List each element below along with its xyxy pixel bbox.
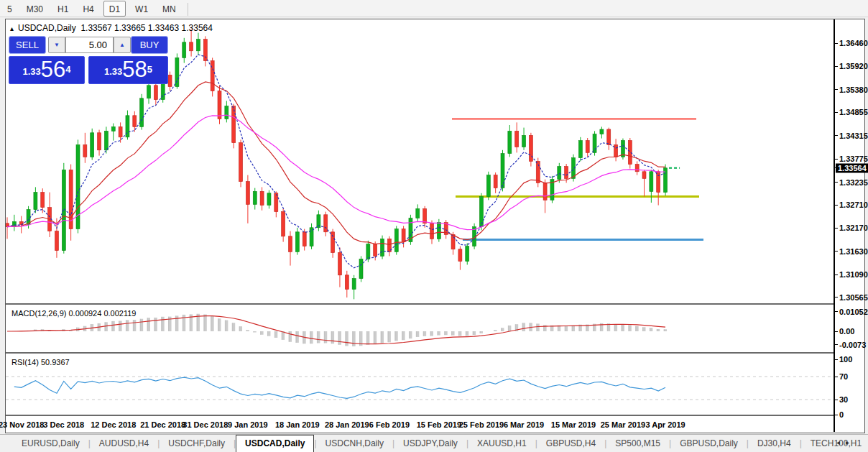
axis-tick-mark bbox=[835, 275, 838, 275]
price-axis-label: 1.31090 bbox=[839, 270, 868, 279]
axis-tick-mark bbox=[835, 135, 838, 136]
chart-window: ▴USDCAD,Daily 1.33567 1.33665 1.33463 1.… bbox=[5, 19, 865, 433]
rsi-axis-label: 0 bbox=[839, 410, 844, 419]
price-axis-label: 1.36460 bbox=[839, 39, 868, 47]
sell-price-display[interactable]: 1.33564 bbox=[9, 56, 85, 84]
macd-axis-label: 0.010525 bbox=[839, 308, 868, 316]
date-axis-label: 28 Jan 2019 bbox=[325, 420, 369, 429]
price-axis-label: 1.32170 bbox=[839, 223, 868, 232]
one-click-trade-panel: SELL ▼ 5.00 ▲ BUY 1.33564 1.33585 bbox=[9, 36, 168, 84]
tab-usdcad-daily[interactable]: USDCAD,Daily bbox=[236, 435, 314, 452]
macd-label: MACD(12,26,9) 0.000924 0.002119 bbox=[11, 309, 136, 318]
axis-tick-mark bbox=[835, 344, 838, 345]
date-axis-label: 31 Dec 2018 bbox=[183, 420, 228, 429]
macd-axis-label: -0.0073 bbox=[839, 341, 866, 349]
rsi-axis-label: 30 bbox=[839, 395, 848, 404]
volume-input[interactable]: 5.00 bbox=[65, 37, 114, 53]
date-axis-label: 15 Feb 2019 bbox=[417, 420, 461, 429]
price-axis-label: 1.32710 bbox=[839, 200, 868, 209]
timeframe-button-w1[interactable]: W1 bbox=[130, 1, 153, 17]
date-axis-label: 9 Jan 2019 bbox=[228, 420, 268, 429]
timeframe-button-h4[interactable]: H4 bbox=[78, 1, 98, 17]
axis-tick-mark bbox=[835, 228, 838, 229]
toolbar-separator bbox=[188, 3, 188, 16]
tab-dj30-h4[interactable]: DJ30,H4 bbox=[749, 435, 800, 452]
current-price-label: 1.33564 bbox=[836, 163, 868, 172]
axis-tick-mark bbox=[835, 251, 838, 252]
tab-audusd-h4[interactable]: AUDUSD,H4 bbox=[91, 435, 157, 452]
tab-sp500-m15[interactable]: SP500,M15 bbox=[606, 435, 669, 452]
volume-increase-icon[interactable]: ▲ bbox=[114, 37, 131, 53]
macd-axis-label: 0.00 bbox=[839, 327, 854, 336]
date-axis-label: 6 Feb 2019 bbox=[369, 420, 410, 429]
axis-tick-mark bbox=[835, 297, 838, 298]
tab-tech100-h1[interactable]: TECH100,H1 bbox=[802, 435, 868, 452]
buy-price-prefix: 1.33 bbox=[104, 66, 122, 77]
sell-price-pip: 4 bbox=[65, 64, 70, 75]
axis-tick-mark bbox=[835, 400, 838, 400]
timeframe-button-d1[interactable]: D1 bbox=[103, 1, 126, 17]
buy-button[interactable]: BUY bbox=[131, 36, 168, 54]
price-axis-label: 1.33235 bbox=[839, 178, 868, 187]
date-axis: 23 Nov 20183 Dec 201812 Dec 201821 Dec 2… bbox=[6, 418, 834, 432]
collapse-triangle-icon[interactable]: ▴ bbox=[10, 24, 14, 32]
timeframe-button-5[interactable]: 5 bbox=[2, 1, 17, 17]
buy-price-main: 58 bbox=[122, 57, 147, 82]
date-axis-label: 15 Mar 2019 bbox=[551, 420, 596, 429]
chart-title: ▴USDCAD,Daily 1.33567 1.33665 1.33463 1.… bbox=[10, 23, 213, 33]
axis-tick-mark bbox=[835, 159, 838, 160]
buy-price-pip: 5 bbox=[147, 64, 152, 75]
timeframe-button-mn[interactable]: MN bbox=[157, 1, 181, 17]
tab-scroll-right-icon[interactable]: ▸ bbox=[846, 438, 855, 446]
timeframe-button-h1[interactable]: H1 bbox=[52, 1, 73, 17]
axis-tick-mark bbox=[835, 331, 838, 332]
rsi-indicator-panel[interactable]: RSI(14) 50.9367 bbox=[6, 355, 834, 416]
rsi-label: RSI(14) 50.9367 bbox=[11, 358, 70, 366]
sell-price-main: 56 bbox=[41, 57, 65, 82]
rsi-axis-label: 70 bbox=[839, 372, 848, 381]
price-axis-label: 1.35380 bbox=[839, 86, 868, 94]
volume-decrease-icon[interactable]: ▼ bbox=[48, 37, 65, 53]
macd-indicator-panel[interactable]: MACD(12,26,9) 0.000924 0.002119 bbox=[6, 306, 834, 354]
price-axis-label: 1.34855 bbox=[839, 108, 868, 116]
date-axis-label: 12 Dec 2018 bbox=[91, 420, 136, 429]
price-axis-label: 1.30565 bbox=[839, 293, 868, 302]
tab-gbpusd-h4[interactable]: GBPUSD,H4 bbox=[537, 435, 604, 452]
date-axis-label: 3 Apr 2019 bbox=[645, 420, 685, 429]
tab-xauusd-h1[interactable]: XAUUSD,H1 bbox=[468, 435, 535, 452]
axis-tick-mark bbox=[835, 112, 838, 113]
timeframe-button-m30[interactable]: M30 bbox=[22, 1, 48, 17]
tab-scroll-left-icon[interactable]: ◂ bbox=[836, 438, 846, 446]
axis-tick-mark bbox=[835, 89, 838, 90]
axis-tick-mark bbox=[835, 66, 838, 67]
date-axis-label: 3 Dec 2018 bbox=[43, 420, 84, 429]
symbol-tab-bar: ◂▸ EURUSD,Daily|AUDUSD,H4|USDCHF,Daily|U… bbox=[0, 434, 868, 452]
axis-tick-mark bbox=[835, 43, 838, 44]
buy-price-display[interactable]: 1.33585 bbox=[88, 56, 168, 84]
tab-usdjpy-daily[interactable]: USDJPY,Daily bbox=[394, 435, 466, 452]
tab-usdchf-daily[interactable]: USDCHF,Daily bbox=[160, 435, 234, 452]
tab-eurusd-daily[interactable]: EURUSD,Daily bbox=[13, 435, 88, 452]
main-chart-panel[interactable]: ▴USDCAD,Daily 1.33567 1.33665 1.33463 1.… bbox=[6, 19, 834, 305]
tab-usdcnh-daily[interactable]: USDCNH,Daily bbox=[317, 435, 392, 452]
date-axis-label: 21 Dec 2018 bbox=[140, 420, 185, 429]
axis-tick-mark bbox=[835, 311, 838, 312]
date-axis-label: 25 Feb 2019 bbox=[459, 420, 504, 429]
axis-tick-mark bbox=[835, 377, 838, 377]
date-axis-label: 18 Jan 2019 bbox=[275, 420, 320, 429]
timeframe-toolbar: 5M30H1H4D1W1MN bbox=[0, 0, 868, 17]
tab-scroll-arrows[interactable]: ◂▸ bbox=[836, 438, 855, 446]
date-axis-label: 6 Mar 2019 bbox=[504, 420, 544, 429]
tab-gbpusd-daily[interactable]: GBPUSD,Daily bbox=[671, 435, 747, 452]
axis-tick-mark bbox=[835, 359, 838, 360]
axis-tick-mark bbox=[835, 182, 838, 183]
price-axis-label: 1.34315 bbox=[839, 132, 868, 140]
date-axis-label: 23 Nov 2018 bbox=[0, 420, 44, 429]
chart-title-ohlc: 1.33567 1.33665 1.33463 1.33564 bbox=[80, 23, 213, 33]
sell-button[interactable]: SELL bbox=[9, 36, 46, 54]
price-axis-label: 1.33775 bbox=[839, 154, 868, 163]
date-axis-label: 25 Mar 2019 bbox=[601, 420, 645, 429]
price-axis[interactable]: 1.364601.359201.353801.348551.343151.337… bbox=[834, 19, 864, 432]
rsi-chart bbox=[6, 355, 834, 416]
price-axis-label: 1.31630 bbox=[839, 247, 868, 256]
